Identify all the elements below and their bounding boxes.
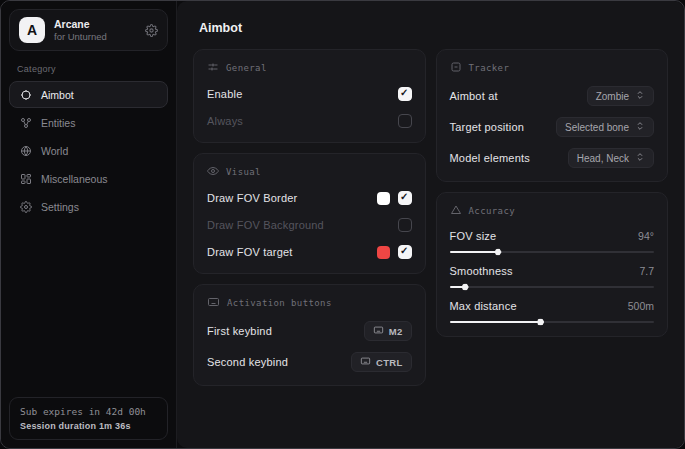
slider-fill [450, 251, 497, 253]
setting-row-fov-border: Draw FOV Border [207, 190, 412, 206]
slider-row-fov-size: FOV size 94° [450, 230, 655, 253]
subscription-box: Sub expires in 42d 00h Session duration … [9, 397, 168, 440]
color-swatch[interactable] [377, 192, 390, 205]
setting-label: Draw FOV target [207, 246, 293, 258]
settings-gear-icon [20, 201, 32, 213]
keybind-value: M2 [389, 326, 403, 337]
eye-icon [207, 165, 219, 179]
app-logo: A [19, 17, 45, 43]
sliders-icon [207, 61, 219, 75]
chevrons-up-down-icon [635, 121, 645, 133]
setting-label: Second keybind [207, 356, 288, 368]
activation-card: Activation buttons First keybind M2 Seco… [193, 284, 426, 386]
page-title: Aimbot [199, 21, 668, 35]
globe-icon [20, 145, 32, 157]
tracker-row-aimbot-at: Aimbot at Zombie [450, 86, 655, 106]
general-card: General Enable Always [193, 49, 426, 143]
triangle-icon [450, 204, 462, 218]
setting-label: Draw FOV Border [207, 192, 297, 204]
fov-background-checkbox[interactable] [398, 218, 412, 232]
app-header-card: A Arcane for Unturned [9, 9, 168, 51]
slider-thumb[interactable] [495, 249, 502, 256]
first-keybind-button[interactable]: M2 [364, 321, 412, 341]
setting-row-fov-background: Draw FOV Background [207, 217, 412, 233]
keybind-value: CTRL [376, 357, 403, 368]
dropdown-value: Selected bone [565, 122, 629, 133]
setting-label: Always [207, 115, 243, 127]
slider-row-smoothness: Smoothness 7.7 [450, 265, 655, 288]
card-header-label: Activation buttons [227, 298, 332, 308]
setting-label: Target position [450, 121, 525, 133]
sidebar: A Arcane for Unturned Category Aimbot [1, 1, 177, 448]
session-duration-text: Session duration 1m 36s [20, 421, 157, 431]
max-distance-slider[interactable] [450, 321, 655, 323]
setting-label: Max distance [450, 300, 517, 312]
slider-thumb[interactable] [462, 284, 469, 291]
tracker-card: Tracker Aimbot at Zombie Target position [436, 49, 669, 182]
visual-card: Visual Draw FOV Border Draw FOV Backgrou… [193, 153, 426, 274]
card-header-label: Tracker [469, 63, 510, 73]
slider-row-max-distance: Max distance 500m [450, 300, 655, 323]
setting-label: Smoothness [450, 265, 513, 277]
setting-label: Enable [207, 88, 242, 100]
right-column: Tracker Aimbot at Zombie Target position [436, 49, 669, 337]
slider-thumb[interactable] [537, 319, 544, 326]
dropdown-value: Head, Neck [577, 153, 629, 164]
slider-value: 7.7 [639, 265, 654, 277]
app-name: Arcane [54, 18, 136, 31]
setting-row-always: Always [207, 113, 412, 129]
sidebar-item-miscellaneous[interactable]: Miscellaneous [9, 165, 168, 192]
slider-value: 94° [638, 230, 654, 242]
chevrons-up-down-icon [635, 90, 645, 102]
app-subtitle: for Unturned [54, 31, 136, 42]
layout-grid-icon [20, 173, 32, 185]
setting-row-enable: Enable [207, 86, 412, 102]
tracker-row-target-position: Target position Selected bone [450, 117, 655, 137]
sidebar-item-label: Aimbot [41, 89, 74, 101]
category-label: Category [17, 64, 168, 74]
keybind-row-second: Second keybind CTRL [207, 352, 412, 372]
sidebar-item-settings[interactable]: Settings [9, 193, 168, 220]
focus-icon [450, 61, 462, 75]
keyboard-icon [373, 325, 384, 337]
sidebar-item-label: Settings [41, 201, 79, 213]
slider-fill [450, 286, 464, 288]
slider-fill [450, 321, 540, 323]
sidebar-nav: Aimbot Entities World Miscellaneous [9, 81, 168, 220]
left-column: General Enable Always [193, 49, 426, 386]
keybind-row-first: First keybind M2 [207, 321, 412, 341]
sidebar-item-aimbot[interactable]: Aimbot [9, 81, 168, 108]
sidebar-item-label: Entities [41, 117, 75, 129]
aimbot-at-dropdown[interactable]: Zombie [587, 86, 654, 106]
target-position-dropdown[interactable]: Selected bone [556, 117, 654, 137]
crosshair-icon [20, 89, 32, 101]
main-panel: Aimbot General Enable [177, 1, 684, 448]
setting-label: First keybind [207, 325, 272, 337]
setting-label: FOV size [450, 230, 497, 242]
keyboard-icon [360, 356, 371, 368]
dropdown-value: Zombie [596, 91, 629, 102]
always-checkbox[interactable] [398, 114, 412, 128]
gear-icon[interactable] [145, 24, 158, 37]
fov-target-checkbox[interactable] [398, 245, 412, 259]
sidebar-item-entities[interactable]: Entities [9, 109, 168, 136]
fov-border-checkbox[interactable] [398, 191, 412, 205]
tracker-row-model-elements: Model elements Head, Neck [450, 148, 655, 168]
sidebar-item-label: Miscellaneous [41, 173, 108, 185]
sidebar-item-label: World [41, 145, 68, 157]
card-header-label: General [226, 63, 267, 73]
entities-icon [20, 117, 32, 129]
card-header-label: Accuracy [469, 206, 516, 216]
sidebar-item-world[interactable]: World [9, 137, 168, 164]
smoothness-slider[interactable] [450, 286, 655, 288]
model-elements-dropdown[interactable]: Head, Neck [568, 148, 654, 168]
setting-row-fov-target: Draw FOV target [207, 244, 412, 260]
fov-size-slider[interactable] [450, 251, 655, 253]
second-keybind-button[interactable]: CTRL [351, 352, 412, 372]
enable-checkbox[interactable] [398, 87, 412, 101]
app-window: A Arcane for Unturned Category Aimbot [0, 0, 685, 449]
color-swatch[interactable] [377, 246, 390, 259]
accuracy-card: Accuracy FOV size 94° [436, 192, 669, 337]
card-header-label: Visual [226, 167, 261, 177]
setting-label: Draw FOV Background [207, 219, 324, 231]
